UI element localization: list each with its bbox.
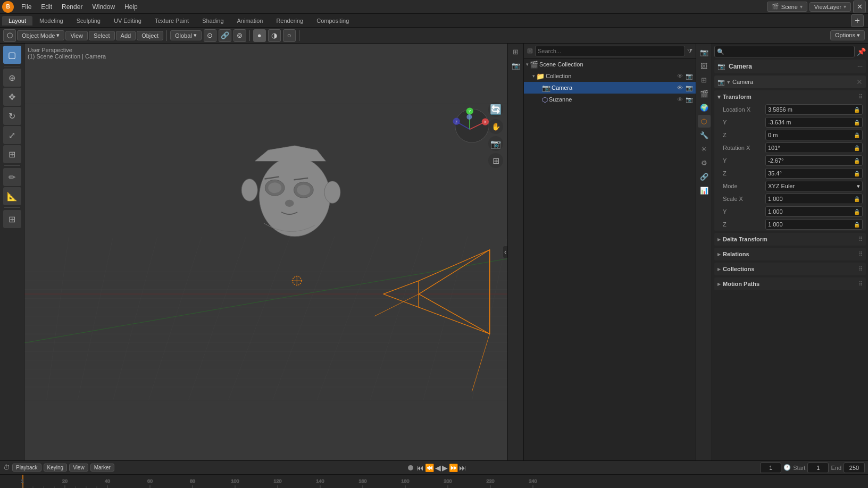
suzanne-render-icon[interactable]: 📷 xyxy=(685,95,694,104)
tab-animation[interactable]: Animation xyxy=(231,16,270,26)
menu-edit[interactable]: Edit xyxy=(37,2,56,12)
cursor-tool[interactable]: ⊕ xyxy=(3,69,21,87)
prop-particles-icon[interactable]: ✳ xyxy=(698,142,711,155)
material-shading-btn[interactable]: ◑ xyxy=(268,29,281,42)
scene-dropdown[interactable]: 🎬 Scene ▾ xyxy=(767,2,807,12)
rendered-shading-btn[interactable]: ○ xyxy=(283,29,296,42)
menu-help[interactable]: Help xyxy=(120,2,142,12)
rotation-mode-select[interactable]: XYZ Euler ▾ xyxy=(765,181,863,191)
prop-data-icon[interactable]: 📊 xyxy=(698,184,711,197)
prop-constraints-icon[interactable]: 🔗 xyxy=(698,170,711,183)
rotation-z-value[interactable]: 35.4° 🔒 xyxy=(765,168,863,179)
snap-icon[interactable]: 🔗 xyxy=(219,29,231,42)
camera-eye-icon[interactable]: 👁 xyxy=(675,83,684,92)
suzanne-eye-icon[interactable]: 👁 xyxy=(675,95,684,104)
play-reverse-btn[interactable]: ◀ xyxy=(435,464,441,472)
view-btn[interactable]: View xyxy=(65,31,88,40)
annotate-tool[interactable]: ✏ xyxy=(3,168,21,186)
scale-z-lock[interactable]: 🔒 xyxy=(854,222,860,228)
prop-scene-icon[interactable]: 🎬 xyxy=(698,87,711,100)
solid-shading-btn[interactable]: ● xyxy=(253,29,266,42)
scale-z-value[interactable]: 1.000 🔒 xyxy=(765,219,863,230)
tab-layout[interactable]: Layout xyxy=(2,16,32,26)
delta-dots[interactable]: ⠿ xyxy=(858,236,863,243)
blender-logo[interactable]: B xyxy=(2,1,14,13)
view-btn-tl[interactable]: View xyxy=(69,464,88,472)
timeline-ruler[interactable]: 1 20 40 60 80 100 120 140 160 180 200 22… xyxy=(0,474,868,488)
outliner-camera[interactable]: 📷 Camera 👁 📷 xyxy=(524,82,696,94)
transform-section-header[interactable]: ▾ Transform ⠿ xyxy=(714,90,866,103)
menu-window[interactable]: Window xyxy=(88,2,119,12)
rotation-x-value[interactable]: 101° 🔒 xyxy=(765,142,863,153)
tab-compositing[interactable]: Compositing xyxy=(310,16,355,26)
jump-start-btn[interactable]: ⏮ xyxy=(416,464,424,472)
camera-nav-btn[interactable]: 📷 xyxy=(488,136,503,151)
location-z-lock[interactable]: 🔒 xyxy=(854,132,860,138)
collection-eye-icon[interactable]: 👁 xyxy=(675,72,684,80)
mode-dropdown[interactable]: Object Mode ▾ xyxy=(17,30,64,40)
motion-paths-dots[interactable]: ⠿ xyxy=(858,281,863,288)
outliner-scene-collection[interactable]: ▾ 🎬 Scene Collection xyxy=(524,58,696,70)
move-tool[interactable]: ✥ xyxy=(3,88,21,106)
prop-render-icon[interactable]: 📷 xyxy=(698,46,711,58)
transform-tool[interactable]: ⊞ xyxy=(3,145,21,163)
scale-x-lock[interactable]: 🔒 xyxy=(854,196,860,202)
scale-y-lock[interactable]: 🔒 xyxy=(854,209,860,215)
prop-header-dots[interactable]: ··· xyxy=(857,63,863,70)
relations-dots[interactable]: ⠿ xyxy=(858,251,863,258)
add-cube-tool[interactable]: ⊞ xyxy=(3,210,21,228)
tab-modeling[interactable]: Modeling xyxy=(33,16,70,26)
marker-btn[interactable]: Marker xyxy=(90,464,114,472)
playback-btn[interactable]: Playback xyxy=(12,464,41,472)
outliner-collection[interactable]: ▾ 📁 Collection 👁 📷 xyxy=(524,70,696,82)
keying-btn[interactable]: Keying xyxy=(44,464,68,472)
prop-view-layer-icon[interactable]: ⊞ xyxy=(698,73,711,86)
location-y-value[interactable]: -3.634 m 🔒 xyxy=(765,117,863,128)
options-btn[interactable]: Options ▾ xyxy=(830,30,865,40)
tab-shading[interactable]: Shading xyxy=(196,16,230,26)
select-btn[interactable]: Select xyxy=(89,31,115,40)
play-btn[interactable]: ▶ xyxy=(442,464,448,472)
location-x-lock[interactable]: 🔒 xyxy=(854,107,860,113)
grid-nav-btn[interactable]: ⊞ xyxy=(488,153,503,168)
tab-rendering[interactable]: Rendering xyxy=(270,16,310,26)
prop-object-icon[interactable]: ⬡ xyxy=(698,115,711,128)
collection-render-icon[interactable]: 📷 xyxy=(685,72,694,80)
prop-world-icon[interactable]: 🌍 xyxy=(698,101,711,114)
tab-texture-paint[interactable]: Texture Paint xyxy=(148,16,195,26)
viewport-shading-icon[interactable]: ⬡ xyxy=(3,29,16,42)
pan-nav-btn[interactable]: ✋ xyxy=(488,119,503,134)
end-frame-input[interactable]: 250 xyxy=(844,462,865,473)
select-box-tool[interactable]: ▢ xyxy=(3,46,21,64)
close-window-btn[interactable]: ✕ xyxy=(853,1,866,13)
scale-tool[interactable]: ⤢ xyxy=(3,126,21,144)
viewlayer-dropdown[interactable]: ViewLayer ▾ xyxy=(809,2,851,12)
prop-pin-icon[interactable]: 📌 xyxy=(857,47,866,56)
sidebar-toggle[interactable]: ‹ xyxy=(503,246,507,258)
current-frame-display[interactable]: 1 xyxy=(760,462,781,473)
viewport-rt-btn[interactable]: ⊞ xyxy=(510,46,522,57)
rotation-y-lock[interactable]: 🔒 xyxy=(854,158,860,164)
transform-dots[interactable]: ⠿ xyxy=(858,94,863,100)
scale-x-value[interactable]: 1.000 🔒 xyxy=(765,193,863,204)
menu-render[interactable]: Render xyxy=(57,2,87,12)
next-keyframe-btn[interactable]: ⏩ xyxy=(449,464,458,472)
camera-render-icon[interactable]: 📷 xyxy=(685,83,694,92)
jump-end-btn[interactable]: ⏭ xyxy=(459,464,466,472)
prop-object-pin-icon[interactable]: ✕ xyxy=(856,78,863,86)
relations-header[interactable]: ▸ Relations ⠿ xyxy=(714,248,866,260)
rotation-y-value[interactable]: -2.67° 🔒 xyxy=(765,155,863,166)
tab-sculpting[interactable]: Sculpting xyxy=(70,16,107,26)
location-x-value[interactable]: 3.5856 m 🔒 xyxy=(765,104,863,115)
outliner-suzanne[interactable]: ⬡ Suzanne 👁 📷 xyxy=(524,94,696,105)
motion-paths-header[interactable]: ▸ Motion Paths ⠿ xyxy=(714,277,866,290)
proportional-icon[interactable]: ⊚ xyxy=(233,29,246,42)
object-btn[interactable]: Object xyxy=(137,31,163,40)
delta-transform-header[interactable]: ▸ Delta Transform ⠿ xyxy=(714,233,866,246)
prop-search-input[interactable] xyxy=(714,46,855,57)
scale-y-value[interactable]: 1.000 🔒 xyxy=(765,206,863,217)
viewport[interactable]: User Perspective (1) Scene Collection | … xyxy=(24,44,507,460)
rotate-tool[interactable]: ↻ xyxy=(3,107,21,125)
menu-file[interactable]: File xyxy=(17,2,36,12)
outliner-filter-icon[interactable]: ⧩ xyxy=(687,47,692,55)
